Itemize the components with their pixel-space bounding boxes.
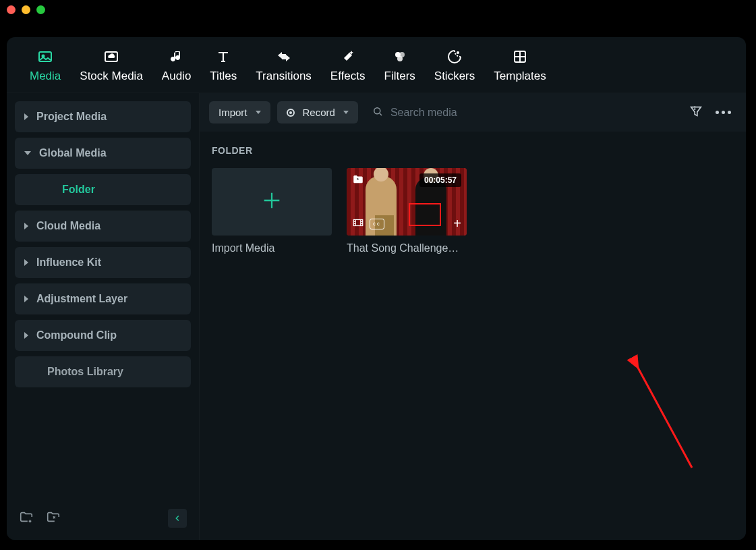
record-icon (287, 109, 295, 117)
tab-label: Titles (210, 70, 237, 83)
tab-transitions[interactable]: Transitions (256, 48, 312, 83)
sidebar-item-folder[interactable]: Folder (15, 174, 191, 205)
sidebar-item-influence-kit[interactable]: Influence Kit (15, 247, 191, 278)
tab-titles[interactable]: Titles (210, 48, 237, 83)
tab-stickers[interactable]: Stickers (434, 48, 475, 83)
sidebar-item-label: Folder (62, 184, 95, 196)
content-body: FOLDER Import Media (200, 132, 746, 540)
import-media-card[interactable]: Import Media (212, 168, 332, 254)
chevron-right-icon (24, 223, 28, 229)
svg-point-6 (457, 52, 459, 53)
tab-audio[interactable]: Audio (162, 48, 191, 83)
sticker-icon (446, 48, 463, 65)
minimize-window[interactable] (22, 5, 30, 14)
tab-media[interactable]: Media (30, 48, 61, 83)
clip-overlay-icons: + (352, 216, 461, 231)
sidebar-item-label: Adjustment Layer (36, 293, 127, 305)
chevron-down-icon (24, 151, 31, 155)
sidebar-item-photos-library[interactable]: Photos Library (15, 356, 191, 387)
tab-label: Effects (330, 70, 366, 83)
search-input[interactable] (390, 107, 682, 119)
content-toolbar: Import Record (200, 93, 746, 132)
chevron-down-icon (343, 111, 349, 114)
window-traffic-lights (7, 5, 45, 14)
import-dropdown[interactable]: Import (209, 101, 270, 123)
svg-point-8 (374, 107, 380, 113)
circles-icon (391, 48, 409, 65)
sidebar-item-label: Global Media (39, 147, 107, 159)
record-dropdown[interactable]: Record (277, 101, 358, 123)
sidebar-item-global-media[interactable]: Global Media (15, 138, 191, 169)
top-tabs: Media Stock Media Audio Titles Transitio… (7, 37, 746, 93)
sidebar-item-label: Influence Kit (36, 256, 101, 269)
media-clip-card[interactable]: 00:05:57 + (347, 168, 467, 254)
media-grid: Import Media 00:05:57 (212, 168, 734, 254)
import-label: Import (219, 107, 248, 118)
search-wrap (365, 105, 682, 120)
caption-icon[interactable] (370, 219, 384, 229)
chevron-right-icon (24, 259, 28, 266)
cloud-image-icon (103, 48, 120, 65)
search-icon (372, 105, 384, 120)
sidebar-item-project-media[interactable]: Project Media (15, 101, 191, 132)
tab-filters[interactable]: Filters (384, 48, 415, 83)
tab-label: Filters (384, 70, 415, 83)
tab-label: Media (30, 70, 61, 83)
add-to-timeline-icon[interactable]: + (453, 216, 461, 231)
filter-icon[interactable] (689, 104, 703, 121)
swap-icon (275, 48, 293, 65)
more-menu[interactable] (716, 111, 731, 114)
sidebar-item-compound-clip[interactable]: Compound Clip (15, 320, 191, 351)
sidebar-item-label: Compound Clip (36, 329, 117, 341)
media-label: That Song Challenge… (347, 242, 467, 254)
sidebar: Project Media Global Media Folder Cloud … (7, 93, 199, 540)
chevron-down-icon (256, 111, 261, 114)
tab-stock-media[interactable]: Stock Media (80, 48, 143, 83)
tab-label: Stock Media (80, 70, 143, 83)
chevron-right-icon (24, 296, 28, 302)
tab-label: Templates (494, 70, 546, 83)
sidebar-item-label: Cloud Media (36, 220, 100, 232)
collapse-sidebar-button[interactable] (168, 509, 187, 528)
toolbar-right (689, 104, 736, 121)
app-window: Media Stock Media Audio Titles Transitio… (7, 37, 746, 540)
media-clip-thumb: 00:05:57 + (347, 168, 467, 236)
chevron-right-icon (24, 332, 28, 339)
close-window[interactable] (7, 5, 16, 14)
content-panel: Import Record (199, 93, 746, 540)
chevron-right-icon (24, 113, 28, 120)
tab-label: Audio (162, 70, 191, 83)
sidebar-item-adjustment-layer[interactable]: Adjustment Layer (15, 283, 191, 314)
music-icon (168, 48, 185, 65)
sidebar-item-label: Project Media (36, 111, 107, 123)
tab-label: Transitions (256, 70, 312, 83)
record-label: Record (303, 107, 335, 118)
import-media-thumb (212, 168, 332, 236)
tab-effects[interactable]: Effects (330, 48, 366, 83)
svg-point-5 (397, 56, 403, 61)
sidebar-item-cloud-media[interactable]: Cloud Media (15, 211, 191, 242)
grid-icon (511, 48, 529, 65)
sidebar-footer (15, 505, 191, 532)
duration-badge: 00:05:57 (419, 173, 461, 187)
sidebar-item-label: Photos Library (47, 366, 123, 378)
new-folder-icon[interactable] (19, 510, 34, 527)
text-icon (214, 48, 232, 65)
svg-line-10 (638, 368, 692, 468)
image-icon (36, 48, 54, 65)
filmstrip-icon[interactable] (352, 217, 364, 231)
sparkle-icon (339, 48, 357, 65)
delete-folder-icon[interactable] (46, 510, 61, 527)
media-label: Import Media (212, 242, 332, 254)
svg-rect-9 (353, 219, 363, 225)
folder-icon (352, 173, 364, 188)
tab-templates[interactable]: Templates (494, 48, 546, 83)
tab-label: Stickers (434, 70, 475, 83)
main-area: Project Media Global Media Folder Cloud … (7, 93, 746, 540)
maximize-window[interactable] (36, 5, 45, 14)
plus-icon (260, 189, 283, 215)
annotation-arrow (637, 366, 718, 484)
section-title: FOLDER (212, 145, 734, 156)
